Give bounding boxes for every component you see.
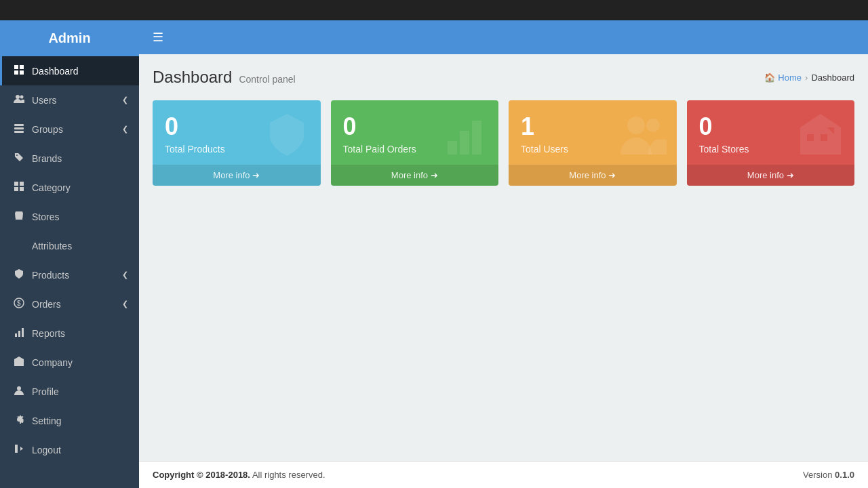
- sidebar-navigation: Dashboard Users ❮ Groups ❮ Brands Catego…: [0, 56, 139, 488]
- svg-point-4: [16, 95, 20, 99]
- dashboard-icon: [13, 64, 25, 77]
- breadcrumb-current: Dashboard: [811, 73, 854, 83]
- svg-rect-3: [20, 70, 24, 75]
- sidebar-item-logout[interactable]: Logout: [0, 435, 139, 464]
- page-footer: Copyright © 2018-2018. All rights reserv…: [139, 461, 868, 488]
- category-icon: [13, 181, 25, 194]
- svg-rect-12: [20, 187, 24, 191]
- svg-point-18: [17, 386, 21, 390]
- stat-more-info-total-products[interactable]: More info ➜: [153, 165, 321, 186]
- sidebar-item-category[interactable]: Category: [0, 173, 139, 202]
- svg-rect-19: [448, 141, 457, 155]
- stores-icon: [13, 210, 25, 223]
- logout-icon: [13, 443, 25, 456]
- sidebar-item-dashboard[interactable]: Dashboard: [0, 56, 139, 85]
- svg-rect-16: [18, 331, 20, 337]
- sidebar-label-groups: Groups: [32, 124, 63, 135]
- page-header: Dashboard Control panel 🏠 Home › Dashboa…: [153, 68, 854, 87]
- svg-rect-10: [20, 182, 24, 186]
- svg-rect-6: [14, 124, 24, 126]
- stat-icon-total-stores: [797, 110, 844, 167]
- profile-icon: [13, 385, 25, 398]
- breadcrumb-home[interactable]: 🏠 Home: [764, 73, 802, 83]
- svg-rect-11: [14, 187, 18, 191]
- sidebar-label-users: Users: [32, 95, 57, 106]
- version-number: 0.1.0: [835, 470, 854, 480]
- stats-grid: 0 Total Products More info ➜ 0 Total Pai…: [153, 100, 854, 186]
- sidebar-item-stores[interactable]: Stores: [0, 202, 139, 231]
- sidebar-label-company: Company: [32, 357, 73, 368]
- sidebar-item-brands[interactable]: Brands: [0, 144, 139, 173]
- stat-card-total-products: 0 Total Products More info ➜: [153, 100, 321, 186]
- company-icon: [13, 356, 25, 369]
- stat-icon-total-products: [263, 110, 311, 167]
- sidebar-label-attributes: Attributes: [32, 241, 72, 251]
- stat-more-info-total-stores[interactable]: More info ➜: [687, 165, 855, 186]
- sidebar-label-setting: Setting: [32, 415, 62, 426]
- reports-icon: [13, 327, 25, 340]
- sidebar-item-company[interactable]: Company: [0, 348, 139, 377]
- breadcrumb-separator: ›: [805, 73, 808, 83]
- sidebar-item-reports[interactable]: Reports: [0, 319, 139, 348]
- home-icon: 🏠: [764, 73, 775, 83]
- stat-more-info-total-paid-orders[interactable]: More info ➜: [331, 165, 499, 186]
- svg-point-23: [646, 119, 660, 132]
- orders-icon: $: [13, 298, 25, 310]
- arrow-icon-products: ❮: [122, 270, 128, 279]
- svg-rect-8: [14, 131, 24, 133]
- footer-version: Version 0.1.0: [803, 470, 854, 480]
- sidebar-item-profile[interactable]: Profile: [0, 377, 139, 406]
- stat-more-info-total-users[interactable]: More info ➜: [509, 165, 677, 186]
- sidebar-label-orders: Orders: [32, 299, 61, 310]
- top-bar: [0, 0, 868, 20]
- brands-icon: [13, 152, 25, 165]
- sidebar-item-groups[interactable]: Groups ❮: [0, 115, 139, 144]
- hamburger-icon[interactable]: ☰: [153, 30, 163, 45]
- svg-rect-20: [460, 131, 469, 155]
- brand-name: Admin: [48, 30, 90, 45]
- svg-rect-0: [14, 65, 18, 69]
- sidebar-label-logout: Logout: [32, 445, 61, 455]
- sidebar-item-attributes[interactable]: Attributes: [0, 231, 139, 260]
- rights-text: All rights reserved.: [252, 470, 326, 480]
- users-icon: [13, 94, 25, 106]
- svg-rect-9: [14, 182, 18, 186]
- sidebar-label-profile: Profile: [32, 386, 59, 397]
- page-content-area: Dashboard Control panel 🏠 Home › Dashboa…: [139, 54, 868, 461]
- more-info-text-total-products: More info ➜: [213, 170, 260, 180]
- svg-rect-7: [14, 127, 24, 129]
- svg-rect-17: [22, 328, 24, 337]
- version-label: Version: [803, 470, 832, 480]
- sidebar-label-products: Products: [32, 270, 69, 281]
- products-icon: [13, 268, 25, 281]
- footer-copyright: Copyright © 2018-2018. All rights reserv…: [153, 470, 326, 480]
- sidebar-item-products[interactable]: Products ❮: [0, 260, 139, 289]
- main-content: ☰ Dashboard Control panel 🏠 Home › Dashb…: [139, 20, 868, 488]
- sidebar-item-users[interactable]: Users ❮: [0, 85, 139, 115]
- sidebar: Admin Dashboard Users ❮ Groups ❮ Brands …: [0, 20, 139, 488]
- groups-icon: [13, 123, 25, 136]
- more-info-text-total-paid-orders: More info ➜: [391, 170, 438, 180]
- arrow-icon-orders: ❮: [122, 300, 128, 308]
- stat-card-total-stores: 0 Total Stores More info ➜: [687, 100, 855, 186]
- sidebar-item-setting[interactable]: Setting: [0, 406, 139, 435]
- breadcrumb: 🏠 Home › Dashboard: [764, 73, 854, 83]
- page-title: Dashboard: [153, 68, 232, 87]
- sidebar-item-orders[interactable]: $ Orders ❮: [0, 289, 139, 319]
- arrow-icon-groups: ❮: [122, 125, 128, 134]
- svg-rect-21: [472, 121, 481, 155]
- sidebar-label-dashboard: Dashboard: [32, 66, 79, 77]
- stat-icon-total-users: [619, 110, 667, 167]
- arrow-icon-users: ❮: [122, 96, 128, 104]
- sidebar-label-reports: Reports: [32, 328, 65, 339]
- svg-rect-2: [14, 70, 18, 75]
- svg-point-5: [20, 96, 24, 99]
- more-info-text-total-users: More info ➜: [569, 170, 616, 180]
- sidebar-brand: Admin: [0, 20, 139, 56]
- copyright-text: Copyright © 2018-2018.: [153, 470, 250, 480]
- top-navigation: ☰: [139, 20, 868, 54]
- stat-card-total-paid-orders: 0 Total Paid Orders More info ➜: [331, 100, 499, 186]
- page-title-area: Dashboard Control panel: [153, 68, 296, 87]
- svg-rect-1: [20, 65, 24, 69]
- svg-text:$: $: [17, 300, 21, 307]
